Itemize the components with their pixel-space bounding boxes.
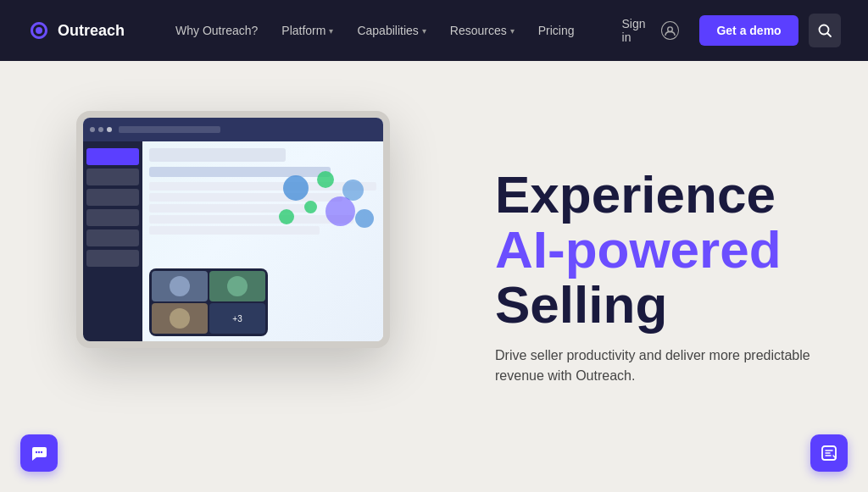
- get-demo-button[interactable]: Get a demo: [699, 15, 798, 46]
- nav-platform[interactable]: Platform ▾: [271, 19, 343, 42]
- capabilities-chevron-icon: ▾: [422, 26, 426, 36]
- chat-bubble-button[interactable]: [20, 434, 58, 472]
- svg-point-2: [36, 451, 37, 453]
- user-icon: [661, 21, 679, 40]
- svg-point-3: [38, 451, 40, 453]
- nav-pricing[interactable]: Pricing: [528, 19, 585, 42]
- hero-text-block: Experience AI-powered Selling Drive sell…: [495, 167, 817, 386]
- navigation: Outreach Why Outreach? Platform ▾ Capabi…: [0, 0, 868, 61]
- tablet-mockup: +3: [76, 111, 390, 348]
- logo-link[interactable]: Outreach: [27, 19, 125, 42]
- svg-point-4: [41, 451, 42, 453]
- svg-point-0: [668, 26, 673, 31]
- nav-capabilities[interactable]: Capabilities ▾: [347, 19, 436, 42]
- nav-links: Why Outreach? Platform ▾ Capabilities ▾ …: [165, 19, 584, 42]
- platform-chevron-icon: ▾: [329, 26, 333, 36]
- nav-resources[interactable]: Resources ▾: [440, 19, 525, 42]
- resources-chevron-icon: ▾: [510, 26, 515, 36]
- search-button[interactable]: [809, 14, 841, 47]
- bubble-chart: [275, 167, 376, 235]
- logo-text: Outreach: [58, 22, 125, 40]
- hero-subtext: Drive seller productivity and deliver mo…: [495, 346, 817, 386]
- search-icon: [817, 23, 832, 38]
- feedback-button[interactable]: [810, 434, 848, 472]
- hero-section: +3 Experience AI-powered Selling Drive s…: [0, 61, 868, 492]
- nav-why-outreach[interactable]: Why Outreach?: [165, 19, 268, 42]
- hero-headline: Experience AI-powered Selling: [495, 167, 817, 332]
- device-mockup-area: +3: [34, 86, 441, 492]
- sign-in-button[interactable]: Sign in: [612, 12, 690, 49]
- svg-point-1: [819, 25, 828, 35]
- nav-right: Sign in Get a demo: [612, 12, 841, 49]
